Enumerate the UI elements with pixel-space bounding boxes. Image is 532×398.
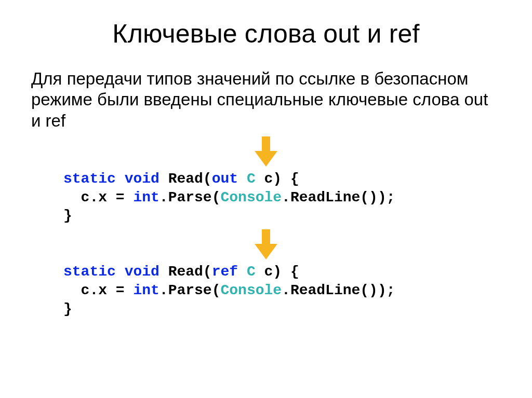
- code-text: Read(: [168, 264, 212, 280]
- slide-title: Ключевые слова out и ref: [31, 19, 501, 49]
- code-text: c) {: [264, 171, 299, 187]
- code-keyword: int: [133, 282, 159, 298]
- code-type: C: [247, 264, 264, 280]
- code-keyword: void: [125, 264, 168, 280]
- code-keyword: ref: [212, 264, 247, 280]
- code-keyword: int: [133, 189, 159, 205]
- code-keyword: static: [63, 171, 125, 187]
- code-text: c.x =: [63, 282, 133, 298]
- code-text: c) {: [264, 264, 299, 280]
- code-block-ref: static void Read(ref C c) { c.x = int.Pa…: [63, 263, 501, 318]
- code-type: Console: [220, 282, 282, 298]
- code-keyword: out: [212, 171, 247, 187]
- code-type: Console: [220, 189, 282, 205]
- code-text: c.x =: [63, 189, 133, 205]
- code-text: Read(: [168, 171, 212, 187]
- code-block-out: static void Read(out C c) { c.x = int.Pa…: [63, 170, 501, 225]
- code-text: .ReadLine());: [282, 189, 395, 205]
- code-keyword: void: [125, 171, 168, 187]
- code-keyword: static: [63, 264, 125, 280]
- slide-body-text: Для передачи типов значений по ссылке в …: [31, 68, 501, 131]
- code-text: }: [63, 301, 72, 317]
- arrow-down-icon: [31, 229, 501, 262]
- code-text: .Parse(: [159, 189, 221, 205]
- arrow-down-icon: [31, 136, 501, 169]
- code-text: }: [63, 208, 72, 224]
- code-text: .ReadLine());: [282, 282, 395, 298]
- code-text: .Parse(: [159, 282, 221, 298]
- code-type: C: [247, 171, 264, 187]
- slide: Ключевые слова out и ref Для передачи ти…: [0, 0, 532, 398]
